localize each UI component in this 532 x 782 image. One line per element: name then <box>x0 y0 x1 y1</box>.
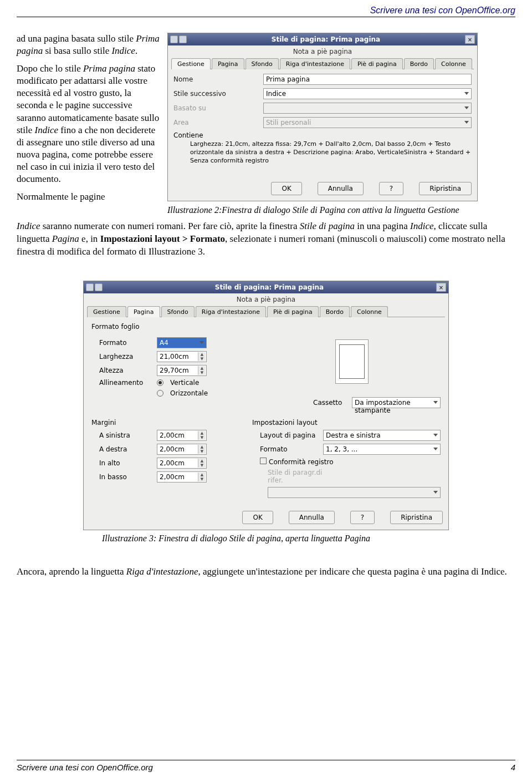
page-header: Scrivere una tesi con OpenOffice.org <box>17 6 515 17</box>
label-stile-paragr-rifer: Stile di paragr.di rifer. <box>252 469 330 484</box>
dialog-titlebar[interactable]: Stile di pagina: Prima pagina × <box>168 33 477 45</box>
footer-left: Scrivere una tesi con OpenOffice.org <box>17 763 153 772</box>
radio-orizzontale[interactable] <box>157 390 163 397</box>
tab-riga-intestazione[interactable]: Riga d'intestazione <box>196 306 266 317</box>
spin-in-alto[interactable]: 2,00cm▲▼ <box>157 458 207 469</box>
caption-illustrazione-3: Illustrazione 3: Finestra di dialogo Sti… <box>102 534 515 544</box>
para-bottom: Ancora, aprendo la linguetta Riga d'inte… <box>17 566 515 578</box>
group-impostazioni-layout: Impostazioni layout <box>252 419 441 426</box>
label-formato: Formato <box>91 339 152 347</box>
window-icon[interactable] <box>86 283 94 291</box>
tab-sfondo[interactable]: Sfondo <box>245 58 279 69</box>
group-margini: Margini <box>91 419 236 426</box>
dialog-title: Stile di pagina: Prima pagina <box>191 35 461 43</box>
help-button[interactable]: ? <box>379 182 403 195</box>
close-icon[interactable]: × <box>436 283 446 292</box>
input-nome[interactable]: Prima pagina <box>263 74 472 85</box>
ok-button[interactable]: OK <box>271 182 301 195</box>
tab-pagina[interactable]: Pagina <box>127 306 160 317</box>
label-a-sinistra: A sinistra <box>91 431 152 439</box>
tab-pagina[interactable]: Pagina <box>212 58 244 69</box>
caption-illustrazione-2: Illustrazione 2:Finestra di dialogo Stil… <box>167 205 515 216</box>
combo-stile-successivo[interactable]: Indice <box>263 88 472 99</box>
tab-sfondo[interactable]: Sfondo <box>161 306 195 317</box>
para-body: Indice saranno numerate con numeri roman… <box>17 220 515 258</box>
combo-formato-num[interactable]: 1, 2, 3, ... <box>323 444 441 455</box>
page-footer: Scrivere una tesi con OpenOffice.org 4 <box>17 760 515 772</box>
spin-in-basso[interactable]: 2,00cm▲▼ <box>157 471 207 483</box>
reset-button[interactable]: Ripristina <box>419 182 472 195</box>
dialog-stile-gestione: Stile di pagina: Prima pagina × Nota a p… <box>167 33 478 201</box>
tab-gestione[interactable]: Gestione <box>171 58 211 69</box>
tab-pie-pagina[interactable]: Piè di pagina <box>267 306 319 317</box>
tab-bordo[interactable]: Bordo <box>404 58 434 69</box>
spin-altezza[interactable]: 29,70cm▲▼ <box>157 365 207 376</box>
checkbox-conformita[interactable] <box>260 458 267 464</box>
radio-verticale[interactable] <box>157 379 163 386</box>
page-number: 4 <box>511 763 515 772</box>
window-icon[interactable] <box>179 35 187 43</box>
reset-button[interactable]: Ripristina <box>390 511 443 524</box>
group-formato-foglio: Formato foglio <box>91 323 441 331</box>
tab-bordo[interactable]: Bordo <box>320 306 350 317</box>
tab-footnote-label[interactable]: Nota a piè pagina <box>171 48 474 55</box>
para-2: Dopo che lo stile Prima pagina stato mod… <box>17 63 161 185</box>
combo-formato[interactable]: A4 <box>157 337 207 348</box>
tab-pie-pagina[interactable]: Piè di pagina <box>351 58 403 69</box>
label-stile-successivo: Stile successivo <box>173 90 260 98</box>
left-text-column: ad una pagina basata sullo stile Prima p… <box>17 33 161 216</box>
combo-stile-paragr-rifer <box>268 487 441 498</box>
tab-strip: Gestione Pagina Sfondo Riga d'intestazio… <box>87 306 445 317</box>
label-in-alto: In alto <box>91 459 152 467</box>
cancel-button[interactable]: Annulla <box>318 182 364 195</box>
combo-area: Stili personali <box>263 117 472 128</box>
spin-larghezza[interactable]: 21,00cm▲▼ <box>157 351 207 362</box>
help-button[interactable]: ? <box>350 511 375 524</box>
spin-a-sinistra[interactable]: 2,00cm▲▼ <box>157 430 207 441</box>
tab-gestione[interactable]: Gestione <box>87 306 126 317</box>
dialog-stile-pagina: Stile di pagina: Prima pagina × Nota a p… <box>83 281 449 530</box>
cancel-button[interactable]: Annulla <box>289 511 335 524</box>
label-allineamento: Allineamento <box>91 379 152 387</box>
tab-footnote-label[interactable]: Nota a piè pagina <box>87 296 445 303</box>
para-3: Normalmente le pagine <box>17 191 161 203</box>
label-area: Area <box>173 119 260 126</box>
dialog-title: Stile di pagina: Prima pagina <box>107 283 432 291</box>
window-icon[interactable] <box>170 35 178 43</box>
window-icon[interactable] <box>95 283 103 291</box>
tab-riga-intestazione[interactable]: Riga d'intestazione <box>280 58 350 69</box>
label-layout-pagina: Layout di pagina <box>252 431 319 439</box>
label-altezza: Altezza <box>91 367 152 374</box>
tab-colonne[interactable]: Colonne <box>435 58 472 69</box>
label-a-destra: A destra <box>91 445 152 453</box>
label-basato-su: Basato su <box>173 104 260 112</box>
spin-a-destra[interactable]: 2,00cm▲▼ <box>157 444 207 455</box>
label-in-basso: In basso <box>91 473 152 481</box>
combo-layout-pagina[interactable]: Destra e sinistra <box>323 430 441 441</box>
tab-strip: Gestione Pagina Sfondo Riga d'intestazio… <box>171 58 474 69</box>
tab-colonne[interactable]: Colonne <box>351 306 388 317</box>
dialog-titlebar[interactable]: Stile di pagina: Prima pagina × <box>84 281 448 293</box>
label-formato-num: Formato <box>252 445 319 453</box>
page-preview <box>335 339 369 384</box>
combo-cassetto[interactable]: Da impostazione stampante <box>352 397 441 408</box>
combo-basato-su <box>263 103 472 114</box>
ok-button[interactable]: OK <box>242 511 273 524</box>
label-contiene: Contiene <box>173 131 472 139</box>
text-contiene: Larghezza: 21,0cm, altezza fissa: 29,7cm… <box>173 140 472 165</box>
para-1: ad una pagina basata sullo stile Prima p… <box>17 33 161 57</box>
close-icon[interactable]: × <box>465 35 475 44</box>
label-nome: Nome <box>173 75 260 83</box>
label-larghezza: Larghezza <box>91 353 152 360</box>
label-cassetto: Cassetto <box>313 399 347 407</box>
